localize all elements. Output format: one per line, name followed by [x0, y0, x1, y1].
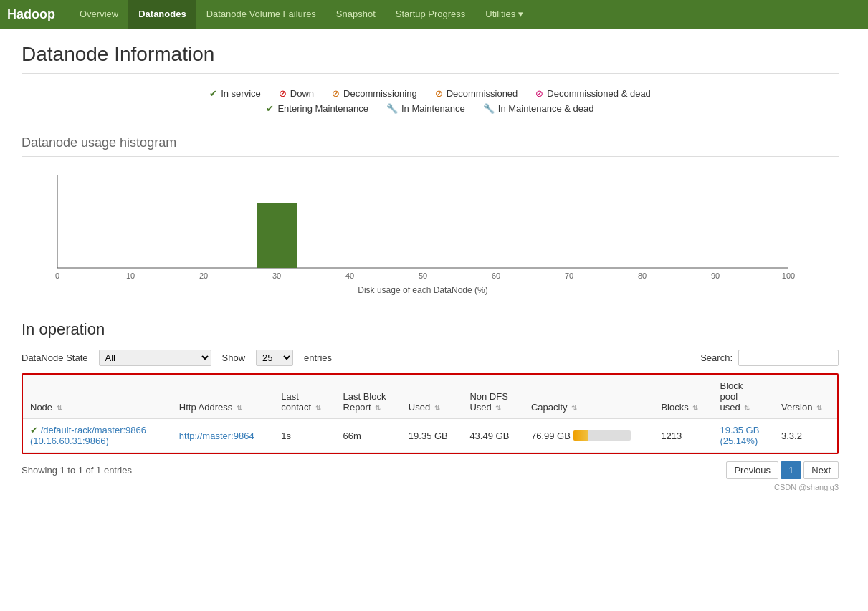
svg-text:100: 100	[782, 271, 795, 280]
entering-maintenance-icon: ✔	[266, 103, 274, 114]
nav-datanode-volume-failures[interactable]: Datanode Volume Failures	[196, 0, 326, 29]
sort-icon-capacity: ⇅	[571, 404, 577, 412]
legend-decommissioned-dead-label: Decommissioned & dead	[547, 88, 651, 99]
block-pool-used-value: 19.35 GB(25.14%)	[720, 425, 759, 446]
svg-text:Disk usage of each DataNode (%: Disk usage of each DataNode (%)	[358, 285, 487, 295]
legend-in-service-label: In service	[221, 88, 261, 99]
watermark: CSDN @shangjg3	[22, 479, 839, 495]
legend-entering-maintenance: ✔ Entering Maintenance	[266, 103, 368, 114]
node-link[interactable]: /default-rack/master:9866(10.16.60.31:98…	[30, 425, 146, 446]
svg-text:20: 20	[199, 271, 208, 280]
nav-datanodes[interactable]: Datanodes	[128, 0, 196, 29]
brand-logo: Hadoop	[7, 7, 55, 22]
page-1-button[interactable]: 1	[781, 461, 801, 479]
showing-text: Showing 1 to 1 of 1 entries	[22, 465, 132, 476]
capacity-bar-bg	[573, 430, 631, 441]
legend-down-label: Down	[290, 88, 314, 99]
legend-in-maintenance-dead: 🔧 In Maintenance & dead	[483, 103, 594, 114]
legend-decommissioned: ⊘ Decommissioned	[435, 88, 518, 99]
table-controls-left: DataNode State All In Service Decommissi…	[22, 350, 332, 366]
cell-last-contact: 1s	[274, 419, 335, 453]
node-status-icon: ✔	[30, 425, 38, 436]
navbar: Hadoop Overview Datanodes Datanode Volum…	[0, 0, 868, 29]
sort-icon-block-report: ⇅	[375, 404, 381, 412]
histogram-bar	[257, 203, 297, 268]
page-title: Datanode Information	[22, 43, 839, 74]
prev-button[interactable]: Previous	[726, 461, 778, 479]
cell-blocks: 1213	[654, 419, 712, 453]
cell-used: 19.35 GB	[401, 419, 463, 453]
legend-row-1: ✔ In service ⊘ Down ⊘ Decommissioning ⊘ …	[209, 88, 651, 99]
decommissioned-dead-icon: ⊘	[535, 88, 543, 99]
entries-label: entries	[304, 352, 332, 363]
state-label: DataNode State	[22, 352, 88, 363]
sort-icon-contact: ⇅	[315, 404, 321, 412]
legend-entering-maintenance-label: Entering Maintenance	[277, 103, 368, 114]
sort-icon-node: ⇅	[57, 404, 62, 412]
table-body: ✔ /default-rack/master:9866(10.16.60.31:…	[23, 419, 837, 453]
legend-decommissioned-dead: ⊘ Decommissioned & dead	[535, 88, 651, 99]
svg-text:60: 60	[492, 271, 500, 280]
legend-decommissioned-label: Decommissioned	[447, 88, 518, 99]
in-maintenance-icon: 🔧	[386, 103, 398, 114]
capacity-value: 76.99 GB	[531, 430, 571, 441]
histogram-svg: 1 0 10 20 30 40 50 60 70 80 90 100 Disk …	[22, 168, 810, 297]
table-row: ✔ /default-rack/master:9866(10.16.60.31:…	[23, 419, 837, 453]
in-maintenance-dead-icon: 🔧	[483, 103, 495, 114]
col-blocks[interactable]: Blocks ⇅	[654, 375, 712, 419]
col-last-block-report[interactable]: Last BlockReport ⇅	[336, 375, 401, 419]
decommissioned-icon: ⊘	[435, 88, 443, 99]
histogram-title: Datanode usage histogram	[22, 135, 839, 157]
cell-version: 3.3.2	[774, 419, 837, 453]
table-controls-right: Search:	[700, 350, 839, 366]
col-version[interactable]: Version ⇅	[774, 375, 837, 419]
sort-icon-bp-used: ⇅	[744, 404, 750, 412]
histogram-chart: 1 0 10 20 30 40 50 60 70 80 90 100 Disk …	[22, 168, 839, 299]
sort-icon-blocks: ⇅	[692, 404, 698, 412]
col-node[interactable]: Node ⇅	[23, 375, 172, 419]
nav-utilities[interactable]: Utilities	[475, 0, 533, 29]
http-address-link[interactable]: http://master:9864	[179, 430, 254, 441]
col-non-dfs-used[interactable]: Non DFSUsed ⇅	[462, 375, 524, 419]
cell-non-dfs-used: 43.49 GB	[462, 419, 524, 453]
cell-last-block-report: 66m	[336, 419, 401, 453]
col-last-contact[interactable]: Lastcontact ⇅	[274, 375, 335, 419]
pagination-row: Showing 1 to 1 of 1 entries Previous 1 N…	[22, 461, 839, 479]
decommissioning-icon: ⊘	[332, 88, 340, 99]
legend-in-maintenance: 🔧 In Maintenance	[386, 103, 465, 114]
legend-down: ⊘ Down	[279, 88, 314, 99]
svg-text:40: 40	[345, 271, 354, 280]
legend-in-maintenance-dead-label: In Maintenance & dead	[498, 103, 594, 114]
col-block-pool-used[interactable]: Blockpoolused ⇅	[712, 375, 774, 419]
nav-snapshot[interactable]: Snapshot	[326, 0, 386, 29]
operation-title: In operation	[22, 320, 839, 339]
cell-capacity: 76.99 GB	[524, 419, 654, 453]
datanode-table-wrapper: Node ⇅ Http Address ⇅ Lastcontact ⇅ Last…	[22, 373, 839, 454]
table-header: Node ⇅ Http Address ⇅ Lastcontact ⇅ Last…	[23, 375, 837, 419]
svg-text:80: 80	[638, 271, 647, 280]
svg-text:0: 0	[55, 271, 59, 280]
col-http-address[interactable]: Http Address ⇅	[172, 375, 274, 419]
state-select[interactable]: All In Service Decommissioning Decommiss…	[99, 350, 211, 366]
capacity-bar-fill	[573, 430, 588, 441]
nav-overview[interactable]: Overview	[70, 0, 128, 29]
sort-icon-version: ⇅	[816, 404, 822, 412]
search-label: Search:	[700, 352, 733, 363]
col-capacity[interactable]: Capacity ⇅	[524, 375, 654, 419]
legend-decommissioning: ⊘ Decommissioning	[332, 88, 417, 99]
legend-in-maintenance-label: In Maintenance	[401, 103, 465, 114]
check-icon: ✔	[209, 88, 217, 99]
col-used[interactable]: Used ⇅	[401, 375, 463, 419]
svg-text:10: 10	[126, 271, 135, 280]
nav-startup-progress[interactable]: Startup Progress	[386, 0, 476, 29]
datanode-table: Node ⇅ Http Address ⇅ Lastcontact ⇅ Last…	[23, 375, 837, 453]
next-button[interactable]: Next	[803, 461, 839, 479]
legend-row-2: ✔ Entering Maintenance 🔧 In Maintenance …	[266, 103, 593, 114]
search-input[interactable]	[738, 350, 839, 366]
cell-node: ✔ /default-rack/master:9866(10.16.60.31:…	[23, 419, 172, 453]
show-select[interactable]: 10 25 50 100	[256, 350, 293, 366]
cell-http-address: http://master:9864	[172, 419, 274, 453]
svg-text:90: 90	[711, 271, 720, 280]
table-controls: DataNode State All In Service Decommissi…	[22, 350, 839, 366]
svg-text:1: 1	[275, 191, 280, 201]
